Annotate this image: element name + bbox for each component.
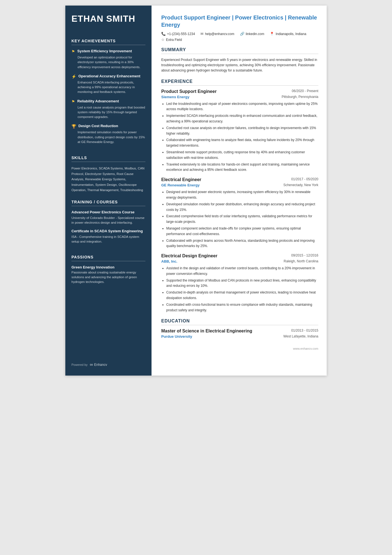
achievement-desc: Implemented simulation models for power … [71, 130, 145, 144]
job-header: Electrical Engineer 01/2017 - 05/2020 [161, 177, 318, 182]
job-title-text: Electrical Engineer [161, 177, 201, 182]
job-entry: Electrical Engineer 01/2017 - 05/2020 GE… [161, 177, 318, 249]
job-bullets: Led the troubleshooting and repair of po… [161, 101, 318, 173]
job-header: Product Support Engineer 06/2020 - Prese… [161, 89, 318, 94]
job-company-row: GE Renewable Energy Schenectady, New Yor… [161, 183, 318, 187]
bullet-item: Implemented SCADA interfacing protocols … [166, 113, 318, 124]
bullet-item: Conducted root cause analysis on electro… [166, 125, 318, 137]
achievement-desc: Led a root cause analysis program that b… [71, 105, 145, 120]
summary-text: Experienced Product Support Engineer wit… [161, 57, 318, 73]
contact-extra: ☆ Extra Field [161, 38, 182, 42]
enhancv-logo: ∞ Enhancv [90, 362, 107, 367]
main-content: Product Support Engineer | Power Electro… [152, 6, 327, 376]
achievement-item: 🏆 Design Cost Reduction Implemented simu… [71, 124, 145, 144]
resume-container: ETHAN SMITH KEY ACHIEVEMENTS ⚑ System Ef… [65, 6, 327, 376]
bullet-item: Supported the integration of Modbus and … [166, 278, 318, 289]
training-item: Certificate in SCADA System Engineering … [71, 229, 145, 244]
location-icon: 📍 [270, 32, 274, 36]
email-icon: ✉ [200, 32, 204, 36]
job-location: Schenectady, New York [283, 183, 318, 187]
bullet-item: Coordinated with cross-functional teams … [166, 302, 318, 313]
bullet-item: Traveled extensively to site locations f… [166, 162, 318, 173]
bullet-item: Collaborated with project teams across N… [166, 238, 318, 249]
contact-location: 📍 Indianapolis, Indiana [270, 32, 306, 36]
logo-icon: ∞ [90, 362, 93, 367]
achievement-desc: Enhanced SCADA interfacing protocols, ac… [71, 80, 145, 95]
job-title-text: Product Support Engineer [161, 89, 217, 94]
education-entry: Master of Science in Electrical Engineer… [161, 329, 318, 339]
summary-section-title: SUMMARY [161, 47, 318, 54]
achievement-title: Reliability Advancement [77, 99, 119, 104]
passion-title: Green Energy Innovation [71, 265, 145, 269]
contact-row: 📞 +1-(234)-555-1234 ✉ help@enhancv.com 🔗… [161, 32, 318, 42]
job-entry: Electrical Design Engineer 09/2015 - 12/… [161, 253, 318, 313]
achievement-item: ⚡ Operational Accuracy Enhancement Enhan… [71, 74, 145, 95]
job-bullets: Designed and tested power electronic sys… [161, 189, 318, 249]
bullet-item: Executed comprehensive field tests of so… [166, 214, 318, 225]
passions-section-title: PASSIONS [71, 255, 145, 261]
achievement-item: ⚑ System Efficiency Improvement Develope… [71, 49, 145, 70]
achievement-title: Operational Accuracy Enhancement [78, 74, 140, 79]
job-company: GE Renewable Energy [161, 183, 200, 187]
contact-linkedin: 🔗 linkedin.com [240, 32, 264, 36]
bullet-item: Collaborated with engineering teams to a… [166, 137, 318, 149]
extra-text: Extra Field [166, 38, 182, 42]
job-company-row: Siemens Energy Pittsburgh, Pennsylvania [161, 95, 318, 99]
bullet-item: Conducted in-depth analysis on thermal m… [166, 290, 318, 301]
website-text: www.enhancv.com [293, 347, 318, 350]
job-dates: 01/2017 - 05/2020 [291, 177, 318, 181]
phone-text: +1-(234)-555-1234 [167, 32, 195, 36]
job-bullets: Assisted in the design and validation of… [161, 266, 318, 313]
job-dates: 06/2020 - Present [292, 89, 318, 93]
trophy-icon: 🏆 [71, 124, 76, 129]
phone-icon: 📞 [161, 32, 166, 36]
passion-item: Green Energy Innovation Passionate about… [71, 265, 145, 285]
bullet-item: Developed simulation models for power di… [166, 202, 318, 213]
experience-section-title: EXPERIENCE [161, 79, 318, 86]
location-text: Indianapolis, Indiana [276, 32, 306, 36]
email-text: help@enhancv.com [205, 32, 234, 36]
job-company: Siemens Energy [161, 95, 189, 99]
training-desc: ISA - Comprehensive training in SCADA sy… [71, 235, 145, 244]
training-section-title: TRAINING / COURSES [71, 200, 145, 206]
job-title: Product Support Engineer | Power Electro… [161, 14, 318, 28]
achievement-title: System Efficiency Improvement [77, 49, 132, 54]
linkedin-text: linkedin.com [246, 32, 264, 36]
sidebar-footer: Powered by ∞ Enhancv [71, 354, 145, 367]
degree-title: Master of Science in Electrical Engineer… [161, 329, 252, 334]
achievement-header: ⚑ System Efficiency Improvement [71, 49, 145, 54]
candidate-name: ETHAN SMITH [71, 14, 145, 24]
bullet-item: Streamlined remote support protocols, cu… [166, 150, 318, 161]
training-list: Advanced Power Electronics Course Univer… [71, 210, 145, 248]
edu-school-row: Purdue University West Lafayette, Indian… [161, 334, 318, 339]
school-name: Purdue University [161, 334, 192, 339]
training-item: Advanced Power Electronics Course Univer… [71, 210, 145, 225]
skills-section-title: SKILLS [71, 156, 145, 162]
bullet-item: Managed component selection and trade-of… [166, 226, 318, 237]
edu-dates: 01/2013 - 01/2015 [291, 329, 318, 332]
achievement-desc: Developed an optimization protocol for e… [71, 55, 145, 70]
flag-icon: ⚑ [71, 49, 75, 54]
sidebar: ETHAN SMITH KEY ACHIEVEMENTS ⚑ System Ef… [65, 6, 152, 376]
edu-header: Master of Science in Electrical Engineer… [161, 329, 318, 334]
achievements-section-title: KEY ACHIEVEMENTS [71, 39, 145, 45]
job-dates: 09/2015 - 12/2016 [291, 253, 318, 257]
contact-email: ✉ help@enhancv.com [200, 32, 234, 36]
passions-list: Green Energy Innovation Passionate about… [71, 265, 145, 288]
education-section-title: EDUCATION [161, 319, 318, 325]
training-title: Advanced Power Electronics Course [71, 210, 145, 215]
job-entry: Product Support Engineer 06/2020 - Prese… [161, 89, 318, 173]
star-icon: ☆ [161, 38, 165, 42]
bullet-item: Assisted in the design and validation of… [166, 266, 318, 277]
powered-by-label: Powered by [71, 363, 88, 366]
bolt-icon: ⚡ [71, 74, 76, 79]
job-location: Pittsburgh, Pennsylvania [282, 95, 318, 99]
skills-text: Power Electronics, SCADA Systems, Modbus… [71, 166, 145, 193]
achievement-title: Design Cost Reduction [78, 124, 118, 129]
passion-desc: Passionate about creating sustainable en… [71, 270, 145, 285]
flag-icon: ⚑ [71, 99, 75, 104]
bullet-item: Designed and tested power electronic sys… [166, 189, 318, 201]
achievement-header: ⚑ Reliability Advancement [71, 99, 145, 104]
job-title-text: Electrical Design Engineer [161, 253, 217, 258]
achievement-header: 🏆 Design Cost Reduction [71, 124, 145, 129]
